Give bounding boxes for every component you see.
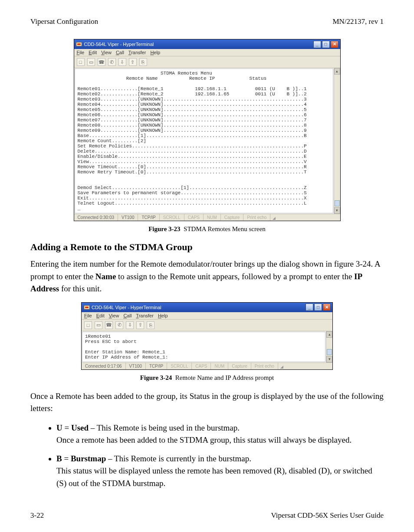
terminal-area: 1Remote01 Press ESC to abort Enter Stati… xyxy=(82,331,332,362)
menu-view[interactable]: View xyxy=(101,50,112,55)
status-protocol: TCP/IP xyxy=(146,363,167,369)
app-icon xyxy=(76,41,82,48)
scroll-thumb[interactable] xyxy=(335,200,340,206)
menu-call[interactable]: Call xyxy=(116,50,124,55)
vertical-scrollbar[interactable]: ▴ ▾ xyxy=(334,68,340,214)
resize-grip-icon[interactable]: ◢ xyxy=(278,363,284,369)
close-button[interactable]: ✕ xyxy=(323,304,331,311)
paragraph-2: Once a Remote has been added to the grou… xyxy=(30,390,384,415)
hyperterminal-window-1: CDD-564L Viper - HyperTerminal _ □ ✕ Fil… xyxy=(74,39,341,221)
figure-1-label: Figure 3-23 xyxy=(148,225,180,232)
terminal-output[interactable]: STDMA Remotes Menu Remote Name Remote IP… xyxy=(75,69,333,213)
window-title: CDD-564L Viper - HyperTerminal xyxy=(84,42,154,47)
status-letter-list: U = Used – This Remote is being used in … xyxy=(56,422,384,490)
status-caps: CAPS xyxy=(184,214,204,221)
scroll-down-icon[interactable]: ▾ xyxy=(326,356,332,362)
toolbar-properties-icon[interactable]: ⎘ xyxy=(139,58,147,66)
menu-edit[interactable]: Edit xyxy=(96,313,105,318)
menu-transfer[interactable]: Transfer xyxy=(128,50,146,55)
menubar: File Edit View Call Transfer Help xyxy=(74,49,340,56)
page-header: Vipersat Configuration MN/22137, rev 1 xyxy=(30,17,384,26)
toolbar-properties-icon[interactable]: ⎘ xyxy=(147,321,154,329)
scroll-thumb[interactable] xyxy=(327,349,332,355)
toolbar-call-icon[interactable]: ☎ xyxy=(98,58,105,66)
page-footer: 3-22 Vipersat CDD-56X Series User Guide xyxy=(30,511,384,520)
window-controls: _ □ ✕ xyxy=(313,41,338,48)
menubar: File Edit View Call Transfer Help xyxy=(82,312,332,320)
statusbar: Connected 0:30:03 VT100 TCP/IP SCROLL CA… xyxy=(74,214,340,221)
toolbar-send-icon[interactable]: ⇩ xyxy=(126,321,134,329)
status-scroll: SCROLL xyxy=(167,363,192,369)
header-right: MN/22137, rev 1 xyxy=(332,17,384,26)
titlebar[interactable]: CDD-564L Viper - HyperTerminal _ □ ✕ xyxy=(82,303,332,312)
toolbar-receive-icon[interactable]: ⇧ xyxy=(136,321,144,329)
section-title: Adding a Remote to the STDMA Group xyxy=(30,242,384,253)
maximize-button[interactable]: □ xyxy=(322,41,330,48)
status-scroll: SCROLL xyxy=(160,214,184,221)
figure-2-label: Figure 3-24 xyxy=(140,374,172,381)
menu-help[interactable]: Help xyxy=(158,313,168,318)
status-connected: Connected 0:17:06 xyxy=(82,363,126,369)
status-num: NUM xyxy=(204,214,221,221)
toolbar-new-icon[interactable]: □ xyxy=(84,321,92,329)
menu-edit[interactable]: Edit xyxy=(89,50,97,55)
figure-1-text: STDMA Remotes Menu screen xyxy=(184,225,266,232)
svg-rect-1 xyxy=(77,43,81,45)
close-button[interactable]: ✕ xyxy=(331,41,338,48)
toolbar-open-icon[interactable]: ▭ xyxy=(95,321,102,329)
svg-rect-3 xyxy=(85,307,89,308)
terminal-output[interactable]: 1Remote01 Press ESC to abort Enter Stati… xyxy=(82,332,325,362)
maximize-button[interactable]: □ xyxy=(314,304,322,311)
minimize-button[interactable]: _ xyxy=(313,41,321,48)
figure-2-caption: Figure 3-24 Remote Name and IP Address p… xyxy=(30,374,384,382)
toolbar-send-icon[interactable]: ⇩ xyxy=(118,58,126,66)
scroll-up-icon[interactable]: ▴ xyxy=(326,331,332,338)
list-item: U = Used – This Remote is being used in … xyxy=(56,422,384,447)
status-terminal: VT100 xyxy=(126,363,146,369)
paragraph-1: Entering the item number for the Remote … xyxy=(30,258,384,295)
menu-view[interactable]: View xyxy=(109,313,119,318)
menu-file[interactable]: File xyxy=(77,50,85,55)
figure-1-caption: Figure 3-23 STDMA Remotes Menu screen xyxy=(30,225,384,233)
minimize-button[interactable]: _ xyxy=(306,304,313,311)
footer-left: 3-22 xyxy=(30,511,44,520)
toolbar-new-icon[interactable]: □ xyxy=(77,58,85,66)
scroll-up-icon[interactable]: ▴ xyxy=(334,68,340,75)
titlebar[interactable]: CDD-564L Viper - HyperTerminal _ □ ✕ xyxy=(74,39,340,49)
menu-transfer[interactable]: Transfer xyxy=(136,313,154,318)
list-item: B = Burstmap – This Remote is currently … xyxy=(56,453,384,490)
statusbar: Connected 0:17:06 VT100 TCP/IP SCROLL CA… xyxy=(82,362,332,369)
status-terminal: VT100 xyxy=(118,214,138,221)
toolbar-hangup-icon[interactable]: ✆ xyxy=(108,58,116,66)
vertical-scrollbar[interactable]: ▴ ▾ xyxy=(326,331,332,362)
status-protocol: TCP/IP xyxy=(138,214,159,221)
menu-help[interactable]: Help xyxy=(150,50,160,55)
status-caps: CAPS xyxy=(192,363,211,369)
header-left: Vipersat Configuration xyxy=(30,17,98,26)
scroll-down-icon[interactable]: ▾ xyxy=(334,207,340,214)
toolbar: □ ▭ ☎ ✆ ⇩ ⇧ ⎘ xyxy=(82,320,332,331)
status-capture: Capture xyxy=(221,214,244,221)
window-controls: _ □ ✕ xyxy=(306,304,331,311)
resize-grip-icon[interactable]: ◢ xyxy=(270,214,276,221)
footer-right: Vipersat CDD-56X Series User Guide xyxy=(271,511,384,520)
toolbar-open-icon[interactable]: ▭ xyxy=(87,58,95,66)
figure-2-text: Remote Name and IP Address prompt xyxy=(175,374,274,381)
menu-file[interactable]: File xyxy=(84,313,92,318)
toolbar-hangup-icon[interactable]: ✆ xyxy=(115,321,123,329)
status-capture: Capture xyxy=(228,363,251,369)
status-printecho: Print echo xyxy=(243,214,270,221)
toolbar-call-icon[interactable]: ☎ xyxy=(105,321,113,329)
menu-call[interactable]: Call xyxy=(123,313,131,318)
hyperterminal-window-2: CDD-564L Viper - HyperTerminal _ □ ✕ Fil… xyxy=(81,302,333,370)
status-num: NUM xyxy=(211,363,228,369)
toolbar: □ ▭ ☎ ✆ ⇩ ⇧ ⎘ xyxy=(74,56,340,68)
app-icon xyxy=(83,304,90,310)
status-printecho: Print echo xyxy=(251,363,278,369)
toolbar-receive-icon[interactable]: ⇧ xyxy=(129,58,137,66)
terminal-area: STDMA Remotes Menu Remote Name Remote IP… xyxy=(74,68,340,214)
status-connected: Connected 0:30:03 xyxy=(74,214,118,221)
window-title: CDD-564L Viper - HyperTerminal xyxy=(92,305,161,310)
